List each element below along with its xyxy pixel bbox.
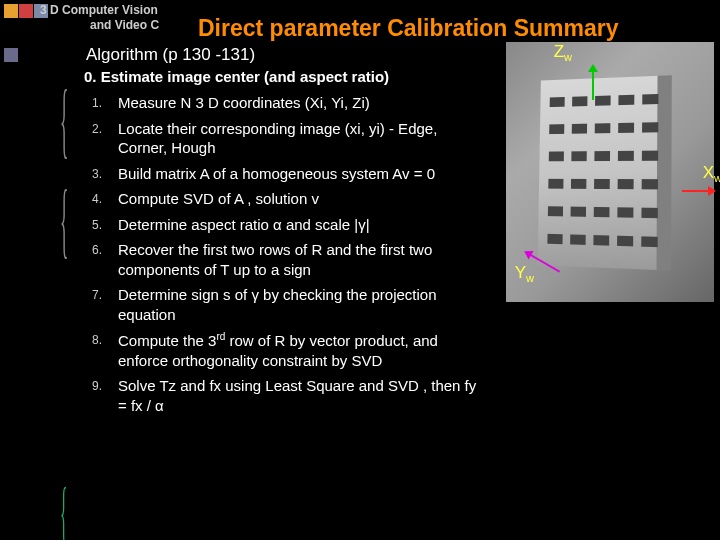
step-number: 1. (76, 93, 118, 110)
course-title: 3 D Computer Vision (40, 3, 158, 17)
square-2 (19, 4, 33, 18)
step-number: 2. (76, 119, 118, 136)
step-zero: 0. Estimate image center (and aspect rat… (84, 68, 486, 85)
y-axis-label: Yw (515, 263, 534, 284)
step-item: 9.Solve Tz and fx using Least Square and… (76, 376, 486, 415)
step-item: 7.Determine sign s of γ by checking the … (76, 285, 486, 324)
step-text: Determine aspect ratio α and scale |γ| (118, 215, 486, 235)
z-axis-label: Zw (554, 42, 572, 63)
step-text: Locate their corresponding image (xi, yi… (118, 119, 486, 158)
brace-icon: { (60, 70, 68, 169)
step-text: Compute SVD of A , solution v (118, 189, 486, 209)
step-text: Compute the 3rd row of R by vector produ… (118, 330, 486, 370)
step-text: Measure N 3 D coordinates (Xi, Yi, Zi) (118, 93, 486, 113)
building-shape (538, 75, 672, 270)
slide-header: 3 D Computer Vision and Video C Direct p… (0, 0, 720, 4)
steps-list: 0. Estimate image center (and aspect rat… (76, 68, 486, 421)
step-text: Build matrix A of a homogeneous system A… (118, 164, 486, 184)
step-item: 1.Measure N 3 D coordinates (Xi, Yi, Zi) (76, 93, 486, 113)
algorithm-ref: Algorithm (p 130 -131) (86, 45, 255, 65)
brace-icon: { (60, 472, 67, 540)
step-item: 3.Build matrix A of a homogeneous system… (76, 164, 486, 184)
step-number: 3. (76, 164, 118, 181)
brace-icon: { (60, 170, 68, 269)
step-item: 8.Compute the 3rd row of R by vector pro… (76, 330, 486, 370)
step-number: 6. (76, 240, 118, 257)
step-number: 4. (76, 189, 118, 206)
step-number: 8. (76, 330, 118, 347)
step-number: 7. (76, 285, 118, 302)
subtitle-prefix: and Video C (90, 18, 159, 32)
z-axis-arrow (592, 70, 594, 100)
main-title: Direct parameter Calibration Summary (198, 15, 619, 42)
square-1 (4, 4, 18, 18)
step-text: Determine sign s of γ by checking the pr… (118, 285, 486, 324)
bullet-square (4, 48, 18, 62)
step-item: 6.Recover the first two rows of R and th… (76, 240, 486, 279)
step-number: 9. (76, 376, 118, 393)
step-number: 5. (76, 215, 118, 232)
step-text: Solve Tz and fx using Least Square and S… (118, 376, 486, 415)
step-item: 4.Compute SVD of A , solution v (76, 189, 486, 209)
x-axis-label: Xw (703, 163, 720, 184)
step-item: 5.Determine aspect ratio α and scale |γ| (76, 215, 486, 235)
step-text: Recover the first two rows of R and the … (118, 240, 486, 279)
step-item: 2.Locate their corresponding image (xi, … (76, 119, 486, 158)
x-axis-arrow (682, 190, 710, 192)
calibration-image (506, 42, 714, 302)
